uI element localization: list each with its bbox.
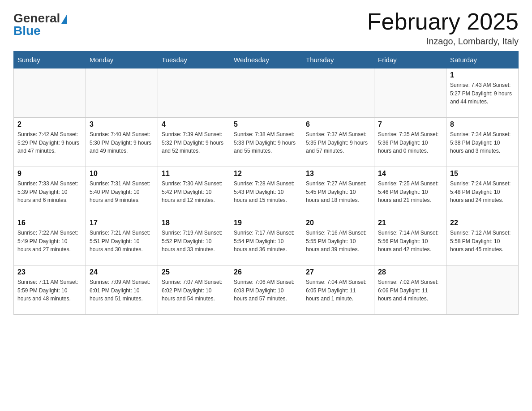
- day-number: 2: [17, 120, 82, 128]
- header-row: Sunday Monday Tuesday Wednesday Thursday…: [14, 51, 519, 68]
- calendar-cell: [446, 265, 519, 315]
- calendar-cell: 1Sunrise: 7:43 AM Sunset: 5:27 PM Daylig…: [446, 68, 519, 118]
- calendar-cell: 3Sunrise: 7:40 AM Sunset: 5:30 PM Daylig…: [86, 118, 158, 167]
- day-info: Sunrise: 7:02 AM Sunset: 6:06 PM Dayligh…: [378, 278, 442, 303]
- calendar-cell: [158, 68, 230, 118]
- day-number: 3: [90, 120, 154, 128]
- day-number: 23: [17, 268, 82, 276]
- day-info: Sunrise: 7:09 AM Sunset: 6:01 PM Dayligh…: [90, 278, 154, 303]
- day-info: Sunrise: 7:14 AM Sunset: 5:56 PM Dayligh…: [378, 229, 442, 254]
- day-number: 17: [90, 219, 154, 227]
- day-info: Sunrise: 7:06 AM Sunset: 6:03 PM Dayligh…: [234, 278, 298, 303]
- col-saturday: Saturday: [446, 51, 519, 68]
- day-number: 1: [450, 71, 515, 79]
- col-monday: Monday: [86, 51, 158, 68]
- day-number: 26: [234, 268, 298, 276]
- calendar-cell: 2Sunrise: 7:42 AM Sunset: 5:29 PM Daylig…: [14, 118, 86, 167]
- calendar-cell: 22Sunrise: 7:12 AM Sunset: 5:58 PM Dayli…: [446, 216, 519, 265]
- day-info: Sunrise: 7:25 AM Sunset: 5:46 PM Dayligh…: [378, 180, 442, 205]
- calendar-cell: 20Sunrise: 7:16 AM Sunset: 5:55 PM Dayli…: [302, 216, 374, 265]
- col-thursday: Thursday: [302, 51, 374, 68]
- calendar-cell: 10Sunrise: 7:31 AM Sunset: 5:40 PM Dayli…: [86, 167, 158, 216]
- calendar-cell: 7Sunrise: 7:35 AM Sunset: 5:36 PM Daylig…: [374, 118, 446, 167]
- day-info: Sunrise: 7:28 AM Sunset: 5:43 PM Dayligh…: [234, 180, 298, 205]
- calendar-cell: 25Sunrise: 7:07 AM Sunset: 6:02 PM Dayli…: [158, 265, 230, 315]
- calendar-cell: 21Sunrise: 7:14 AM Sunset: 5:56 PM Dayli…: [374, 216, 446, 265]
- day-info: Sunrise: 7:39 AM Sunset: 5:32 PM Dayligh…: [162, 130, 226, 155]
- col-friday: Friday: [374, 51, 446, 68]
- calendar-cell: 24Sunrise: 7:09 AM Sunset: 6:01 PM Dayli…: [86, 265, 158, 315]
- calendar-cell: 12Sunrise: 7:28 AM Sunset: 5:43 PM Dayli…: [230, 167, 302, 216]
- day-info: Sunrise: 7:34 AM Sunset: 5:38 PM Dayligh…: [450, 130, 515, 155]
- page-header: General Blue February 2025 Inzago, Lomba…: [13, 9, 519, 47]
- calendar-cell: 27Sunrise: 7:04 AM Sunset: 6:05 PM Dayli…: [302, 265, 374, 315]
- day-info: Sunrise: 7:33 AM Sunset: 5:39 PM Dayligh…: [17, 180, 82, 205]
- day-number: 14: [378, 170, 442, 178]
- calendar-cell: 5Sunrise: 7:38 AM Sunset: 5:33 PM Daylig…: [230, 118, 302, 167]
- day-info: Sunrise: 7:24 AM Sunset: 5:48 PM Dayligh…: [450, 180, 515, 205]
- day-number: 20: [306, 219, 370, 227]
- calendar-cell: 14Sunrise: 7:25 AM Sunset: 5:46 PM Dayli…: [374, 167, 446, 216]
- calendar-week-row: 1Sunrise: 7:43 AM Sunset: 5:27 PM Daylig…: [14, 68, 519, 118]
- day-info: Sunrise: 7:35 AM Sunset: 5:36 PM Dayligh…: [378, 130, 442, 155]
- day-number: 12: [234, 170, 298, 178]
- day-info: Sunrise: 7:31 AM Sunset: 5:40 PM Dayligh…: [90, 180, 154, 205]
- day-info: Sunrise: 7:04 AM Sunset: 6:05 PM Dayligh…: [306, 278, 370, 303]
- calendar-cell: 26Sunrise: 7:06 AM Sunset: 6:03 PM Dayli…: [230, 265, 302, 315]
- calendar-cell: [374, 68, 446, 118]
- calendar-cell: 18Sunrise: 7:19 AM Sunset: 5:52 PM Dayli…: [158, 216, 230, 265]
- day-info: Sunrise: 7:40 AM Sunset: 5:30 PM Dayligh…: [90, 130, 154, 155]
- day-number: 8: [450, 120, 515, 128]
- day-info: Sunrise: 7:21 AM Sunset: 5:51 PM Dayligh…: [90, 229, 154, 254]
- col-sunday: Sunday: [14, 51, 86, 68]
- calendar-table: Sunday Monday Tuesday Wednesday Thursday…: [13, 51, 519, 315]
- day-info: Sunrise: 7:37 AM Sunset: 5:35 PM Dayligh…: [306, 130, 370, 155]
- day-number: 18: [162, 219, 226, 227]
- calendar-cell: 16Sunrise: 7:22 AM Sunset: 5:49 PM Dayli…: [14, 216, 86, 265]
- calendar-cell: [86, 68, 158, 118]
- day-number: 19: [234, 219, 298, 227]
- day-number: 25: [162, 268, 226, 276]
- day-number: 16: [17, 219, 82, 227]
- calendar-cell: 23Sunrise: 7:11 AM Sunset: 5:59 PM Dayli…: [14, 265, 86, 315]
- day-info: Sunrise: 7:19 AM Sunset: 5:52 PM Dayligh…: [162, 229, 226, 254]
- day-info: Sunrise: 7:30 AM Sunset: 5:42 PM Dayligh…: [162, 180, 226, 205]
- day-info: Sunrise: 7:43 AM Sunset: 5:27 PM Dayligh…: [450, 81, 515, 106]
- day-info: Sunrise: 7:22 AM Sunset: 5:49 PM Dayligh…: [17, 229, 82, 254]
- day-number: 9: [17, 170, 82, 178]
- calendar-cell: 15Sunrise: 7:24 AM Sunset: 5:48 PM Dayli…: [446, 167, 519, 216]
- day-number: 22: [450, 219, 515, 227]
- logo: General Blue: [13, 9, 67, 38]
- day-number: 11: [162, 170, 226, 178]
- calendar-week-row: 2Sunrise: 7:42 AM Sunset: 5:29 PM Daylig…: [14, 118, 519, 167]
- day-number: 5: [234, 120, 298, 128]
- calendar-cell: 11Sunrise: 7:30 AM Sunset: 5:42 PM Dayli…: [158, 167, 230, 216]
- day-info: Sunrise: 7:16 AM Sunset: 5:55 PM Dayligh…: [306, 229, 370, 254]
- calendar-cell: 9Sunrise: 7:33 AM Sunset: 5:39 PM Daylig…: [14, 167, 86, 216]
- calendar-cell: 6Sunrise: 7:37 AM Sunset: 5:35 PM Daylig…: [302, 118, 374, 167]
- day-number: 4: [162, 120, 226, 128]
- day-info: Sunrise: 7:27 AM Sunset: 5:45 PM Dayligh…: [306, 180, 370, 205]
- day-number: 6: [306, 120, 370, 128]
- day-number: 15: [450, 170, 515, 178]
- calendar-header: Sunday Monday Tuesday Wednesday Thursday…: [14, 51, 519, 68]
- logo-blue: Blue: [13, 24, 41, 38]
- calendar-week-row: 23Sunrise: 7:11 AM Sunset: 5:59 PM Dayli…: [14, 265, 519, 315]
- calendar-title: February 2025: [367, 9, 519, 34]
- day-number: 10: [90, 170, 154, 178]
- calendar-cell: 13Sunrise: 7:27 AM Sunset: 5:45 PM Dayli…: [302, 167, 374, 216]
- logo-triangle-icon: [61, 15, 67, 24]
- day-info: Sunrise: 7:17 AM Sunset: 5:54 PM Dayligh…: [234, 229, 298, 254]
- col-wednesday: Wednesday: [230, 51, 302, 68]
- day-info: Sunrise: 7:11 AM Sunset: 5:59 PM Dayligh…: [17, 278, 82, 303]
- day-info: Sunrise: 7:07 AM Sunset: 6:02 PM Dayligh…: [162, 278, 226, 303]
- calendar-week-row: 9Sunrise: 7:33 AM Sunset: 5:39 PM Daylig…: [14, 167, 519, 216]
- day-number: 13: [306, 170, 370, 178]
- day-number: 27: [306, 268, 370, 276]
- day-number: 28: [378, 268, 442, 276]
- calendar-cell: [302, 68, 374, 118]
- title-block: February 2025 Inzago, Lombardy, Italy: [367, 9, 519, 47]
- day-info: Sunrise: 7:38 AM Sunset: 5:33 PM Dayligh…: [234, 130, 298, 155]
- calendar-body: 1Sunrise: 7:43 AM Sunset: 5:27 PM Daylig…: [14, 68, 519, 315]
- day-info: Sunrise: 7:42 AM Sunset: 5:29 PM Dayligh…: [17, 130, 82, 155]
